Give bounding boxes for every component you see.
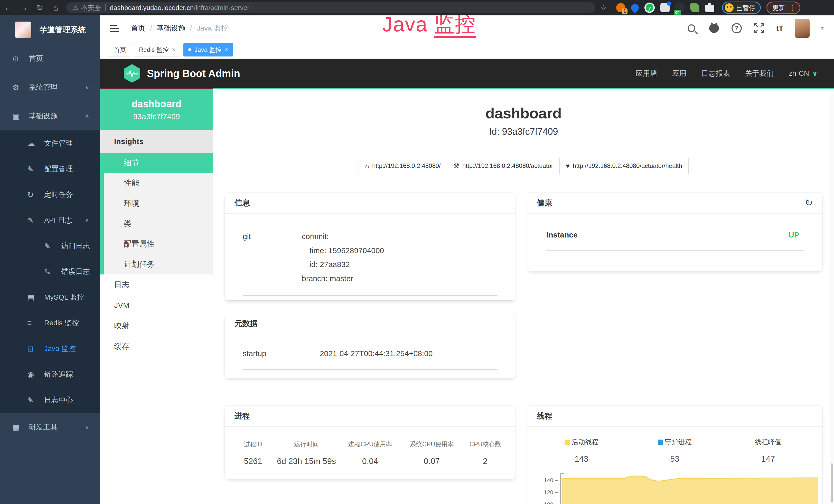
help-icon[interactable]: ? — [731, 23, 742, 34]
extension-orange-icon[interactable]: 1 — [616, 3, 626, 12]
sidebar-item-tracing[interactable]: ◉ 链路追踪 — [0, 362, 100, 387]
nav-item-metrics[interactable]: 性能 — [104, 173, 213, 193]
cpu-cores-col: CPU核心数 2 — [463, 440, 508, 466]
sba-nav-applications[interactable]: 应用 — [672, 69, 686, 78]
sidebar-item-error-log[interactable]: ✎ 错误日志 — [0, 259, 100, 284]
chevron-up-icon: ∧ — [85, 112, 89, 120]
ytick-140: 140 — [535, 477, 553, 484]
tab-java-monitor[interactable]: Java 监控 × — [183, 43, 233, 56]
sidebar-item-system[interactable]: ⚙ 系统管理 ∨ — [0, 73, 100, 102]
ytick-100: 100 — [535, 501, 553, 504]
sba-nav-wallboard[interactable]: 应用墙 — [636, 69, 657, 78]
health-card: 健康 ↺ Instance UP — [527, 192, 822, 271]
sidebar-item-mysql[interactable]: ▤ MySQL 监控 — [0, 284, 100, 310]
actuator-url-button[interactable]: ⚒ http://192.168.0.2:48080/actuator — [447, 158, 560, 174]
sba-brand-title[interactable]: Spring Boot Admin — [147, 68, 240, 79]
nav-item-jvm[interactable]: JVM — [100, 295, 213, 316]
breadcrumb-infra[interactable]: 基础设施 — [157, 23, 185, 33]
tab-redis-monitor[interactable]: Redis 监控 × — [134, 43, 180, 56]
sidebar-item-infra[interactable]: ▣ 基础设施 ∧ — [0, 102, 100, 131]
address-bar[interactable]: ⚠ 不安全 dashboard.yudao.iocoder.cn /infra/… — [66, 2, 595, 13]
sba-nav-journal[interactable]: 日志报表 — [701, 69, 730, 78]
search-icon[interactable] — [686, 23, 697, 34]
browser-home-icon[interactable]: ⌂ — [48, 3, 64, 13]
metadata-row-value: 2021-04-27T00:44:31.254+08:00 — [320, 349, 433, 358]
sidebar-item-java-monitor[interactable]: ⊡ Java 监控 — [0, 336, 100, 362]
font-size-icon[interactable]: tT — [776, 24, 784, 32]
history-icon[interactable]: ↺ — [805, 198, 813, 208]
extension-switch-icon[interactable]: on — [675, 3, 684, 12]
process-card: 进程 进程ID 5261 运行时间 6d 23h 15m 59s 进程CPU使用… — [225, 406, 515, 479]
nav-item-classes[interactable]: 类 — [104, 214, 213, 234]
browser-update-button[interactable]: 更新 ⋮ — [766, 2, 800, 14]
github-icon[interactable] — [708, 23, 720, 34]
nav-item-environment[interactable]: 环境 — [104, 193, 213, 214]
insights-children: 细节 性能 环境 类 配置属性 计划任务 — [100, 153, 213, 274]
scrollbar[interactable] — [830, 89, 834, 504]
sba-nav-about[interactable]: 关于我们 — [745, 69, 774, 78]
extension-grid-icon[interactable] — [660, 3, 670, 12]
service-url-button[interactable]: ⌂ http://192.168.0.2:48080/ — [358, 158, 447, 174]
close-icon[interactable]: × — [224, 46, 228, 53]
nav-item-logs[interactable]: 日志 — [100, 274, 213, 295]
instance-links: ⌂ http://192.168.0.2:48080/ ⚒ http://192… — [213, 158, 834, 174]
sidebar-item-access-log[interactable]: ✎ 访问日志 — [0, 233, 100, 259]
breadcrumb-separator: / — [190, 24, 192, 32]
close-icon[interactable]: × — [172, 46, 175, 53]
metadata-card: 元数据 startup 2021-04-27T00:44:31.254+08:0… — [225, 313, 515, 378]
active-dot-icon — [188, 48, 191, 51]
nav-group-insights[interactable]: Insights — [100, 130, 213, 153]
extensions-puzzle-icon[interactable] — [705, 3, 714, 12]
sba-header: Spring Boot Admin 应用墙 应用 日志报表 关于我们 zh-CN… — [100, 59, 834, 88]
sidebar-item-home[interactable]: ⊙ 首页 — [0, 44, 100, 73]
info-row-value: commit: time: 1596289704000 id: 27aa832 … — [302, 232, 384, 288]
instance-header[interactable]: dashboard 93a3fc7f7409 — [100, 89, 213, 130]
sidebar-item-config[interactable]: ✎ 配置管理 — [0, 156, 100, 182]
sidebar-item-log-center[interactable]: ✎ 日志中心 — [0, 387, 100, 413]
security-label[interactable]: 不安全 — [81, 3, 101, 12]
nav-item-configprops[interactable]: 配置属性 — [104, 234, 213, 254]
threads-card-title: 线程 — [537, 411, 552, 421]
sidebar-item-api-log[interactable]: ✎ API 日志 ∧ — [0, 207, 100, 233]
eye-icon: ◉ — [27, 370, 34, 379]
app-title: 芋道管理系统 — [40, 25, 86, 35]
fullscreen-icon[interactable] — [753, 23, 765, 34]
scrollbar-thumb[interactable] — [831, 463, 833, 502]
nav-item-caches[interactable]: 缓存 — [100, 336, 213, 357]
sidebar-item-devtools[interactable]: ▦ 研发工具 ∨ — [0, 413, 100, 442]
nav-item-details[interactable]: 细节 — [104, 153, 213, 173]
sidebar-item-redis[interactable]: ≡ Redis 监控 — [0, 310, 100, 336]
cards-area: 信息 git commit: time: 1596289704000 id: 2… — [213, 174, 834, 504]
chevron-up-icon: ∧ — [85, 217, 89, 224]
back-icon[interactable]: ← — [0, 3, 16, 13]
hamburger-icon[interactable] — [110, 24, 119, 32]
sidebar-item-file[interactable]: ☁ 文件管理 — [0, 131, 100, 156]
legend-daemon-threads: 守护进程 53 — [628, 437, 721, 464]
sba-locale-select[interactable]: zh-CN ∨ — [789, 69, 817, 77]
url-path: /infra/admin-server — [194, 4, 249, 12]
address-divider — [105, 4, 106, 11]
avatar-caret-icon[interactable]: ▾ — [821, 25, 824, 31]
health-card-title: 健康 — [537, 198, 552, 208]
breadcrumb-home[interactable]: 首页 — [131, 23, 146, 33]
reload-icon[interactable]: ↻ — [32, 3, 48, 13]
bookmark-star-icon[interactable]: ☆ — [600, 3, 607, 12]
health-url-button[interactable]: ♥ http://192.168.0.2:48080/actuator/heal… — [559, 158, 688, 174]
sba-logo-icon — [124, 64, 140, 83]
profile-chip[interactable]: 已暂停 — [722, 2, 761, 14]
browser-menu-icon[interactable]: ⋮ — [789, 4, 796, 12]
gear-icon: ⚙ — [12, 83, 19, 92]
tab-home[interactable]: 首页 — [109, 43, 131, 56]
process-pid-col: 进程ID 5261 — [233, 440, 273, 466]
process-card-title: 进程 — [235, 411, 250, 421]
nav-item-mappings[interactable]: 映射 — [100, 316, 213, 336]
page-title: dashboard — [213, 105, 834, 122]
forward-icon[interactable]: → — [16, 3, 32, 13]
nav-item-scheduled-tasks[interactable]: 计划任务 — [104, 254, 213, 274]
extension-leaf-icon[interactable] — [690, 3, 699, 12]
health-instance-label[interactable]: Instance — [546, 231, 578, 239]
extension-green-icon[interactable]: y — [644, 3, 655, 13]
extension-pin-icon[interactable] — [630, 2, 640, 13]
user-avatar[interactable] — [795, 19, 810, 38]
sidebar-item-job[interactable]: ↻ 定时任务 — [0, 182, 100, 207]
